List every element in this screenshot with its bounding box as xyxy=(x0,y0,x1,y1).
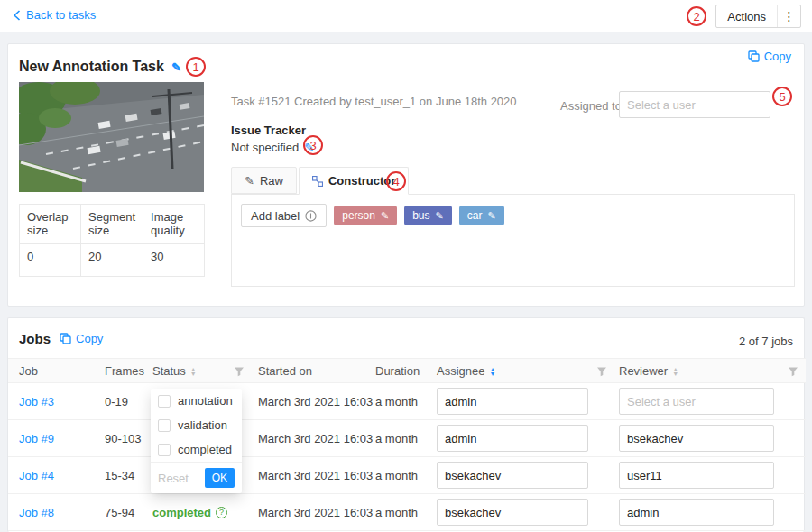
job-frames: 90-103 xyxy=(105,420,141,457)
param-value-overlap: 0 xyxy=(20,244,81,277)
job-duration: a month xyxy=(375,420,418,457)
checkbox-annotation[interactable] xyxy=(158,395,171,408)
filter-option-validation[interactable]: validation xyxy=(151,413,242,437)
job-reviewer-input[interactable] xyxy=(619,499,774,526)
col-job: Job xyxy=(19,359,38,384)
label-bus-name: bus xyxy=(412,209,429,222)
jobs-copy-button[interactable]: Copy xyxy=(60,332,103,345)
add-label-button[interactable]: Add label xyxy=(241,204,327,227)
jobs-panel: Jobs Copy 2 of 7 jobs Job Frames Status▲… xyxy=(7,317,805,532)
task-details-panel: New Annotation Task ✎ xyxy=(7,43,805,307)
issue-tracker-value: Not specified xyxy=(231,141,299,154)
copy-icon xyxy=(60,333,71,344)
job-link[interactable]: Job #4 xyxy=(19,457,54,494)
filter-ok-button[interactable]: OK xyxy=(205,468,235,488)
task-detail-page: Back to tasks Actions ⋮ New Annotation T… xyxy=(0,0,812,532)
reviewer-filter-icon[interactable] xyxy=(788,366,798,377)
job-status: completed ? xyxy=(152,494,227,531)
job-assignee-input[interactable] xyxy=(437,388,588,415)
callout-1: 1 xyxy=(186,57,206,77)
status-filter-icon[interactable] xyxy=(234,366,245,377)
col-frames: Frames xyxy=(105,359,144,384)
job-assignee-input[interactable] xyxy=(437,462,588,489)
job-row-4: Job #4 15-34 March 3rd 2021 16:03 a mont… xyxy=(8,457,806,494)
actions-button[interactable]: Actions ⋮ xyxy=(715,5,801,28)
job-link[interactable]: Job #3 xyxy=(19,383,54,420)
filter-option-validation-label: validation xyxy=(178,418,227,432)
callout-5: 5 xyxy=(772,87,792,106)
callout-2: 2 xyxy=(687,6,706,26)
job-frames: 15-34 xyxy=(105,457,134,494)
callout-3: 3 xyxy=(303,135,323,155)
tab-raw-label: Raw xyxy=(260,174,283,188)
status-filter-dropdown: annotation validation completed Reset OK xyxy=(151,389,242,493)
checkbox-completed[interactable] xyxy=(158,444,171,456)
jobs-count: 2 of 7 jobs xyxy=(739,335,793,348)
chevron-left-icon xyxy=(13,10,21,21)
edit-label-person-icon[interactable]: ✎ xyxy=(381,210,389,222)
job-reviewer-input[interactable] xyxy=(619,388,774,415)
road-scene-illustration xyxy=(19,82,204,192)
param-header-quality: Image quality xyxy=(143,205,205,244)
tab-raw[interactable]: ✎ Raw xyxy=(231,167,297,194)
copy-icon xyxy=(748,50,760,62)
job-assignee-input[interactable] xyxy=(437,425,588,452)
issue-tracker-label: Issue Tracker xyxy=(231,124,306,137)
col-status[interactable]: Status▲▼ xyxy=(152,359,197,384)
job-reviewer-input[interactable] xyxy=(619,425,774,452)
assignee-sort-icon[interactable]: ▲▼ xyxy=(489,367,495,376)
task-title-row: New Annotation Task ✎ xyxy=(19,59,181,75)
label-car-name: car xyxy=(467,209,483,222)
checkbox-validation[interactable] xyxy=(158,419,171,432)
col-started-on: Started on xyxy=(258,359,312,384)
task-title: New Annotation Task xyxy=(19,59,164,75)
jobs-copy-label: Copy xyxy=(76,332,103,345)
edit-label-bus-icon[interactable]: ✎ xyxy=(436,210,444,222)
job-assignee-input[interactable] xyxy=(437,499,588,526)
filter-option-completed[interactable]: completed xyxy=(151,437,242,462)
param-header-overlap: Overlap size xyxy=(20,205,81,244)
label-person-name: person xyxy=(342,209,375,222)
status-sort-icon[interactable]: ▲▼ xyxy=(190,367,197,376)
reviewer-sort-icon[interactable]: ▲▼ xyxy=(672,367,678,376)
job-duration: a month xyxy=(375,383,418,420)
task-assignee-input[interactable] xyxy=(619,91,770,118)
label-constructor-area: Add label person ✎ bus ✎ car ✎ xyxy=(231,195,795,287)
label-chip-person[interactable]: person ✎ xyxy=(334,206,397,225)
job-reviewer-input[interactable] xyxy=(619,462,774,489)
plus-circle-icon xyxy=(305,210,317,222)
task-meta-text: Task #1521 Created by test_user_1 on Jun… xyxy=(231,95,517,108)
actions-label[interactable]: Actions xyxy=(716,5,777,27)
col-assignee[interactable]: Assignee▲▼ xyxy=(437,359,495,384)
job-row-3: Job #3 0-19 March 3rd 2021 16:03 a month xyxy=(8,383,806,420)
task-parameters-table: Overlap size Segment size Image quality … xyxy=(19,204,205,277)
label-chip-bus[interactable]: bus ✎ xyxy=(404,206,452,225)
job-duration: a month xyxy=(375,457,418,494)
raw-pencil-icon: ✎ xyxy=(245,174,254,188)
filter-reset-button[interactable]: Reset xyxy=(158,472,189,485)
job-duration: a month xyxy=(375,494,418,531)
job-link[interactable]: Job #8 xyxy=(19,494,54,531)
job-frames: 0-19 xyxy=(105,383,128,420)
status-help-icon[interactable]: ? xyxy=(216,507,227,518)
param-value-quality: 30 xyxy=(143,244,205,277)
job-link[interactable]: Job #9 xyxy=(19,420,54,457)
kebab-menu-icon[interactable]: ⋮ xyxy=(777,5,800,27)
edit-label-car-icon[interactable]: ✎ xyxy=(487,210,495,222)
filter-option-annotation-label: annotation xyxy=(178,394,233,408)
col-reviewer[interactable]: Reviewer▲▼ xyxy=(619,359,678,384)
jobs-title: Jobs xyxy=(19,331,51,346)
assignee-filter-icon[interactable] xyxy=(596,366,607,377)
add-label-text: Add label xyxy=(251,209,300,223)
label-chip-car[interactable]: car ✎ xyxy=(459,206,504,225)
filter-option-annotation[interactable]: annotation xyxy=(151,389,242,413)
jobs-table: Job Frames Status▲▼ Started on Duration … xyxy=(8,358,806,531)
edit-title-icon[interactable]: ✎ xyxy=(171,60,181,74)
jobs-table-header: Job Frames Status▲▼ Started on Duration … xyxy=(8,358,806,383)
constructor-icon xyxy=(312,176,323,187)
param-value-segment: 20 xyxy=(81,244,143,277)
back-to-tasks-link[interactable]: Back to tasks xyxy=(13,8,96,22)
job-started: March 3rd 2021 16:03 xyxy=(258,383,373,420)
labels-copy-button[interactable]: Copy xyxy=(748,50,791,63)
labels-tabs-bar: ✎ Raw Constructor xyxy=(231,167,795,195)
